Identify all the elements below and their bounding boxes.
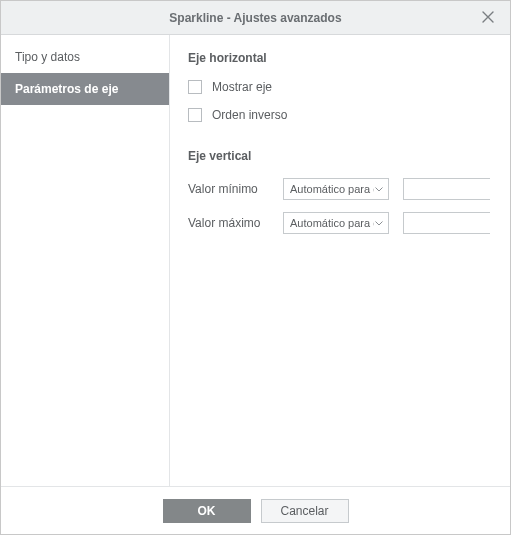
titlebar: Sparkline - Ajustes avanzados <box>1 1 510 35</box>
select-value: Automático para cada <box>290 217 374 229</box>
tab-label: Parámetros de eje <box>15 82 118 96</box>
button-label: Cancelar <box>280 504 328 518</box>
max-value-select[interactable]: Automático para cada <box>283 212 389 234</box>
dialog: Sparkline - Ajustes avanzados Tipo y dat… <box>0 0 511 535</box>
max-value-spinner <box>403 212 490 234</box>
dialog-footer: OK Cancelar <box>1 486 510 534</box>
section-title-horizontal: Eje horizontal <box>188 51 490 65</box>
min-value-spinner <box>403 178 490 200</box>
chevron-down-icon <box>374 221 384 226</box>
button-label: OK <box>198 504 216 518</box>
vertical-axis-section: Eje vertical Valor mínimo Automático par… <box>188 149 490 239</box>
min-value-row: Valor mínimo Automático para cada <box>188 173 490 205</box>
dialog-title: Sparkline - Ajustes avanzados <box>1 11 510 25</box>
ok-button[interactable]: OK <box>163 499 251 523</box>
reverse-order-checkbox-row[interactable]: Orden inverso <box>188 103 490 127</box>
cancel-button[interactable]: Cancelar <box>261 499 349 523</box>
max-value-input[interactable] <box>404 213 510 233</box>
min-value-select[interactable]: Automático para cada <box>283 178 389 200</box>
tab-label: Tipo y datos <box>15 50 80 64</box>
show-axis-checkbox-row[interactable]: Mostrar eje <box>188 75 490 99</box>
dialog-body: Tipo y datos Parámetros de eje Eje horiz… <box>1 35 510 486</box>
checkbox-icon <box>188 108 202 122</box>
tab-axis-parameters[interactable]: Parámetros de eje <box>1 73 169 105</box>
checkbox-icon <box>188 80 202 94</box>
tabs-sidebar: Tipo y datos Parámetros de eje <box>1 35 170 486</box>
close-button[interactable] <box>474 1 502 35</box>
max-value-row: Valor máximo Automático para cada <box>188 207 490 239</box>
select-value: Automático para cada <box>290 183 374 195</box>
min-value-input[interactable] <box>404 179 510 199</box>
horizontal-axis-section: Eje horizontal Mostrar eje Orden inverso <box>188 51 490 127</box>
max-value-label: Valor máximo <box>188 216 283 230</box>
settings-panel: Eje horizontal Mostrar eje Orden inverso… <box>170 35 510 486</box>
chevron-down-icon <box>374 187 384 192</box>
section-title-vertical: Eje vertical <box>188 149 490 163</box>
tab-type-and-data[interactable]: Tipo y datos <box>1 41 169 73</box>
show-axis-label: Mostrar eje <box>212 80 272 94</box>
close-icon <box>482 9 494 27</box>
reverse-order-label: Orden inverso <box>212 108 287 122</box>
min-value-label: Valor mínimo <box>188 182 283 196</box>
